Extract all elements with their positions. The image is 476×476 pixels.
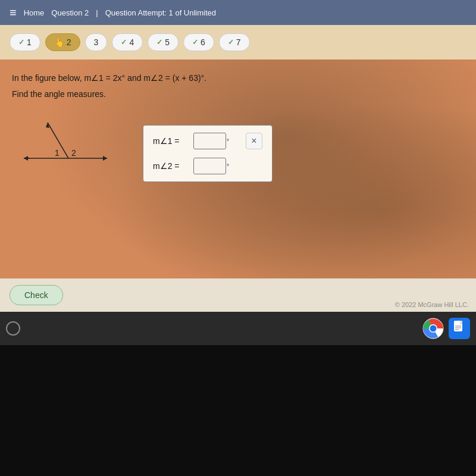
find-text: Find the angle measures. bbox=[12, 89, 464, 99]
angle1-input[interactable] bbox=[193, 133, 226, 149]
breadcrumb: Home bbox=[24, 8, 45, 17]
tab-7-label: 7 bbox=[236, 37, 241, 47]
angle2-degree: ° bbox=[227, 163, 229, 170]
angle2-label: m∠2 = bbox=[153, 161, 189, 171]
angle1-clear-button[interactable]: × bbox=[246, 133, 262, 149]
check-button[interactable]: Check bbox=[10, 285, 63, 305]
problem-text: In the figure below, m∠1 = 2x° and m∠2 =… bbox=[12, 71, 464, 84]
check-icon-6: ✓ bbox=[192, 38, 198, 46]
angle1-degree: ° bbox=[227, 138, 229, 145]
question-label: Question 2 bbox=[51, 8, 89, 17]
chrome-icon[interactable] bbox=[422, 318, 444, 339]
header-separator: | bbox=[96, 8, 98, 17]
tab-3[interactable]: 3 bbox=[85, 33, 108, 51]
tab-1[interactable]: ✓ 1 bbox=[10, 33, 40, 51]
tab-1-label: 1 bbox=[27, 37, 32, 47]
tab-4[interactable]: ✓ 4 bbox=[112, 33, 143, 51]
check-icon-5: ✓ bbox=[156, 38, 162, 46]
svg-text:2: 2 bbox=[71, 148, 76, 158]
angle1-input-row: m∠1 = ° × bbox=[153, 133, 262, 149]
angle2-input-wrapper: ° bbox=[193, 158, 229, 174]
tabs-bar: ✓ 1 👆 2 3 ✓ 4 ✓ 5 ✓ 6 ✓ 7 bbox=[0, 25, 476, 60]
files-icon[interactable] bbox=[449, 318, 470, 339]
hand-icon-2: 👆 bbox=[54, 37, 64, 47]
tab-4-label: 4 bbox=[129, 37, 134, 47]
tab-5-label: 5 bbox=[165, 37, 170, 47]
tab-7[interactable]: ✓ 7 bbox=[219, 33, 250, 51]
attempt-info: Question Attempt: 1 of Unlimited bbox=[105, 8, 216, 17]
angle-diagram: 1 2 bbox=[12, 111, 119, 188]
app: ≡ Home Question 2 | Question Attempt: 1 … bbox=[0, 0, 476, 476]
header: ≡ Home Question 2 | Question Attempt: 1 … bbox=[0, 0, 476, 25]
angle1-label: m∠1 = bbox=[153, 136, 189, 146]
diagram-area: 1 2 bbox=[12, 111, 119, 190]
svg-marker-3 bbox=[24, 156, 28, 161]
taskbar-circle[interactable] bbox=[6, 321, 20, 336]
angle2-input[interactable] bbox=[193, 158, 226, 174]
diagram-inputs-row: 1 2 m∠1 = bbox=[12, 111, 464, 190]
input-section: m∠1 = ° × m∠2 = bbox=[143, 125, 273, 182]
menu-icon[interactable]: ≡ bbox=[10, 6, 17, 20]
tab-6[interactable]: ✓ 6 bbox=[183, 33, 214, 51]
check-icon-1: ✓ bbox=[18, 38, 24, 46]
tab-2[interactable]: 👆 2 bbox=[45, 33, 80, 51]
check-icon-7: ✓ bbox=[228, 38, 234, 46]
main-content: In the figure below, m∠1 = 2x° and m∠2 =… bbox=[0, 60, 476, 312]
bottom-bar: Check © 2022 McGraw Hill LLC. bbox=[0, 278, 476, 312]
angle2-input-row: m∠2 = ° bbox=[153, 158, 262, 174]
tab-3-label: 3 bbox=[94, 37, 99, 47]
taskbar bbox=[0, 312, 476, 345]
copyright: © 2022 McGraw Hill LLC. bbox=[395, 301, 469, 308]
svg-text:1: 1 bbox=[55, 148, 60, 158]
svg-point-10 bbox=[430, 325, 437, 332]
angle1-input-wrapper: ° bbox=[193, 133, 229, 149]
svg-marker-1 bbox=[103, 156, 107, 161]
tab-2-label: 2 bbox=[67, 37, 71, 47]
check-icon-4: ✓ bbox=[121, 38, 127, 46]
dark-bottom bbox=[0, 345, 476, 476]
tab-6-label: 6 bbox=[201, 37, 205, 47]
question-area: In the figure below, m∠1 = 2x° and m∠2 =… bbox=[0, 60, 476, 278]
tab-5[interactable]: ✓ 5 bbox=[148, 33, 178, 51]
